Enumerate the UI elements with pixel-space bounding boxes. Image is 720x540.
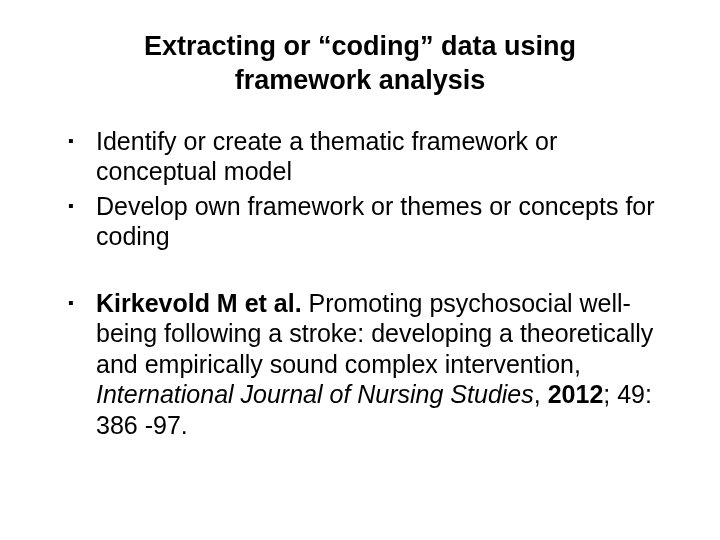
list-item: ▪ Develop own framework or themes or con… [68, 191, 670, 252]
slide-content: ▪ Identify or create a thematic framewor… [50, 126, 670, 441]
list-item: ▪ Kirkevold M et al. Promoting psychosoc… [68, 288, 670, 441]
citation-sep: , [534, 380, 548, 408]
citation-year: 2012 [548, 380, 604, 408]
bullet-group-citation: ▪ Kirkevold M et al. Promoting psychosoc… [68, 288, 670, 441]
list-item: ▪ Identify or create a thematic framewor… [68, 126, 670, 187]
bullet-group-main: ▪ Identify or create a thematic framewor… [68, 126, 670, 252]
citation-author: Kirkevold M et al. [96, 289, 302, 317]
bullet-text: Develop own framework or themes or conce… [96, 191, 670, 252]
slide-title: Extracting or “coding” data using framew… [110, 30, 610, 98]
square-bullet-icon: ▪ [68, 126, 96, 156]
square-bullet-icon: ▪ [68, 288, 96, 318]
bullet-text: Identify or create a thematic framework … [96, 126, 670, 187]
citation-journal: International Journal of Nursing Studies [96, 380, 534, 408]
square-bullet-icon: ▪ [68, 191, 96, 221]
citation-text: Kirkevold M et al. Promoting psychosocia… [96, 288, 670, 441]
